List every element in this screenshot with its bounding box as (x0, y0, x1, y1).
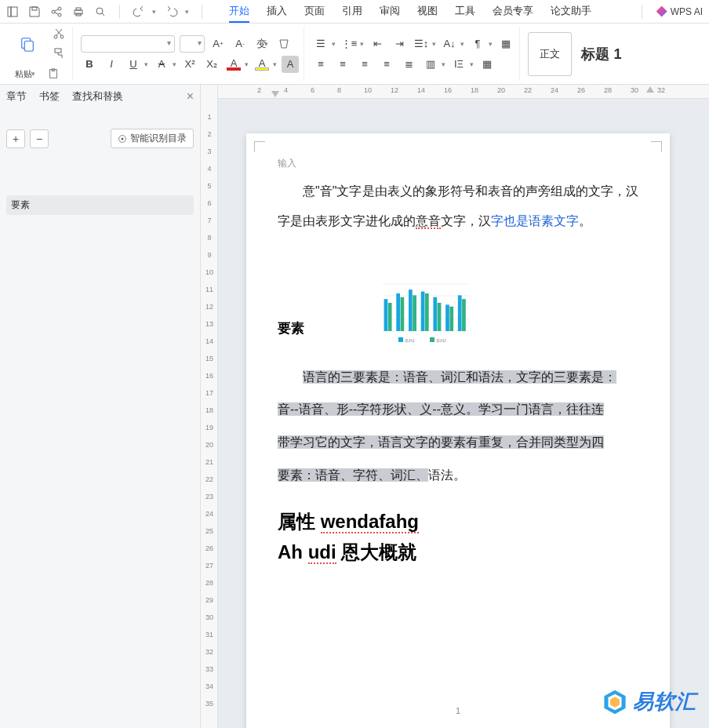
redo-icon[interactable] (165, 5, 178, 18)
selected-paragraph[interactable]: 语言的三要素是：语音、词汇和语法，文字的三要素是： 音--语音、形--字符形状、… (278, 361, 638, 491)
tab-thesis[interactable]: 论文助手 (551, 1, 591, 23)
tab-tools[interactable]: 工具 (455, 1, 475, 23)
tab-reference[interactable]: 引用 (342, 1, 362, 23)
distributed-button[interactable]: ≣ (400, 56, 417, 73)
change-case-button[interactable]: 变▾ (253, 35, 271, 53)
columns-dropdown[interactable]: ▾ (442, 60, 445, 68)
sidebar-close-button[interactable]: × (187, 89, 194, 104)
text-direction-button[interactable]: IΞ (450, 56, 467, 73)
font-size-combo[interactable] (180, 35, 205, 53)
format-painter-button[interactable] (50, 45, 67, 62)
paste-label[interactable]: 粘贴 (15, 68, 32, 80)
undo-dropdown[interactable]: ▾ (152, 8, 156, 16)
align-justify-button[interactable]: ≡ (378, 56, 395, 73)
italic-button[interactable]: I (103, 56, 120, 73)
para-link[interactable]: 字也是语素文字 (491, 214, 579, 228)
subscript-button[interactable]: X₂ (203, 56, 220, 73)
save-icon[interactable] (28, 5, 41, 18)
sidebar-tab-chapters[interactable]: 章节 (6, 89, 27, 104)
numbering-dropdown[interactable]: ▾ (360, 40, 364, 48)
numbering-button[interactable]: ⋮≡ (340, 35, 358, 53)
vertical-ruler[interactable]: 1234567891011121314151617181920212223242… (201, 85, 218, 728)
tab-member[interactable]: 会员专享 (493, 1, 533, 23)
text-dir-dropdown[interactable]: ▾ (470, 60, 474, 68)
font-color-button[interactable]: A (225, 56, 242, 73)
strike-button[interactable]: A (153, 56, 170, 73)
body-paragraph[interactable]: 意"音"文字是由表义的象形符号和表音的声旁组成的文字，汉字是由表形文字进化成的意… (278, 177, 638, 237)
embedded-chart[interactable]: 系列1系列2 (375, 276, 477, 347)
linespacing-dropdown[interactable]: ▾ (432, 40, 436, 48)
copy-button[interactable] (9, 35, 45, 53)
smart-outline-button[interactable]: 智能识别目录 (111, 129, 194, 148)
wps-ai-button[interactable]: WPS AI (656, 6, 703, 17)
svg-rect-40 (430, 337, 434, 342)
print-preview-icon[interactable] (94, 5, 107, 18)
ruler-tick: 27 (205, 562, 214, 570)
indent-marker-first[interactable] (271, 91, 279, 97)
share-icon[interactable] (50, 5, 63, 18)
clipboard-extra-button[interactable] (45, 65, 62, 82)
sidebar-tools: + − 智能识别目录 (6, 129, 194, 148)
para-marks-dropdown[interactable]: ▾ (489, 40, 493, 48)
sort-button[interactable]: A↓ (441, 35, 458, 53)
columns-button[interactable]: ▥ (422, 56, 439, 73)
align-left-button[interactable]: ≡ (312, 56, 329, 73)
expand-button[interactable]: + (6, 129, 25, 148)
tab-review[interactable]: 审阅 (380, 1, 400, 23)
divider (642, 5, 642, 19)
outline-item[interactable]: 要素 (6, 195, 194, 215)
collapse-button[interactable]: − (30, 129, 49, 148)
sel-link[interactable]: 语法 (428, 468, 453, 482)
char-shading-button[interactable]: A (282, 56, 299, 73)
heading-elements[interactable]: 要素 (278, 319, 304, 337)
redo-dropdown[interactable]: ▾ (185, 8, 189, 16)
tab-insert[interactable]: 插入 (267, 1, 287, 23)
svg-rect-33 (413, 295, 416, 331)
superscript-button[interactable]: X² (181, 56, 198, 73)
style-heading1[interactable]: 标题 1 (580, 32, 624, 76)
highlight-button[interactable]: A (253, 56, 271, 73)
indent-marker-right[interactable] (646, 86, 654, 93)
ruler-tick: 32 (657, 86, 665, 94)
shrink-font-button[interactable]: A- (231, 35, 249, 53)
sort-dropdown[interactable]: ▾ (460, 40, 464, 48)
index-icon[interactable] (6, 5, 19, 18)
strike-dropdown[interactable]: ▾ (173, 60, 176, 68)
align-right-button[interactable]: ≡ (356, 56, 373, 73)
underline-dropdown[interactable]: ▾ (144, 60, 148, 68)
font-family-combo[interactable] (81, 35, 175, 53)
tab-view[interactable]: 视图 (417, 1, 438, 23)
horizontal-ruler[interactable]: 2468101214161820222426283032 (218, 85, 709, 99)
font-color-dropdown[interactable]: ▾ (245, 60, 249, 68)
print-icon[interactable] (72, 5, 85, 18)
underline-button[interactable]: U (125, 56, 142, 73)
tab-start[interactable]: 开始 (229, 1, 249, 23)
page-corner-tl (254, 141, 265, 152)
style-body[interactable]: 正文 (528, 32, 572, 76)
bullets-dropdown[interactable]: ▾ (332, 40, 336, 48)
title-block[interactable]: 属性 wendafahg Ah udi 恩大概就 (278, 507, 638, 567)
document-page[interactable]: 输入 意"音"文字是由表义的象形符号和表音的声旁组成的文字，汉字是由表形文字进化… (246, 133, 670, 728)
ruler-tick: 6 (311, 86, 315, 94)
sidebar-tab-findreplace[interactable]: 查找和替换 (72, 89, 123, 104)
undo-icon[interactable] (133, 5, 145, 18)
borders-button[interactable]: ▦ (497, 35, 514, 53)
indent-button[interactable]: ⇥ (391, 35, 408, 53)
cut-button[interactable] (50, 25, 67, 42)
page-scroll[interactable]: 输入 意"音"文字是由表义的象形符号和表音的声旁组成的文字，汉字是由表形文字进化… (218, 99, 709, 728)
highlight-dropdown[interactable]: ▾ (273, 60, 277, 68)
paste-dropdown[interactable]: ▾ (31, 70, 35, 78)
sidebar-tab-bookmarks[interactable]: 书签 (39, 89, 60, 104)
linespacing-button[interactable]: ☰↕ (413, 35, 430, 53)
clear-format-button[interactable] (275, 35, 293, 53)
bold-button[interactable]: B (81, 56, 98, 73)
shading-button[interactable]: ▦ (478, 56, 496, 73)
tab-page[interactable]: 页面 (304, 1, 325, 23)
para-marks-button[interactable]: ¶ (469, 35, 486, 53)
ruler-tick: 35 (205, 700, 214, 708)
ruler-tick: 5 (205, 182, 214, 190)
outdent-button[interactable]: ⇤ (369, 35, 386, 53)
bullets-button[interactable]: ☰ (312, 35, 329, 53)
align-center-button[interactable]: ≡ (334, 56, 351, 73)
grow-font-button[interactable]: A+ (209, 35, 227, 53)
